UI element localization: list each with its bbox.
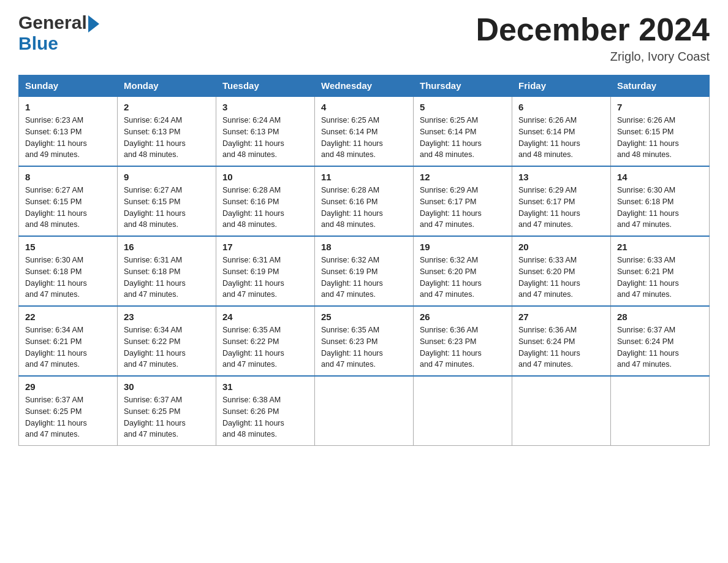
day-info: Sunrise: 6:31 AMSunset: 6:18 PMDaylight:…	[124, 255, 210, 301]
day-info: Sunrise: 6:37 AMSunset: 6:24 PMDaylight:…	[617, 324, 703, 370]
day-info: Sunrise: 6:25 AMSunset: 6:14 PMDaylight:…	[321, 115, 407, 161]
day-info: Sunrise: 6:33 AMSunset: 6:20 PMDaylight:…	[518, 255, 604, 301]
calendar-cell: 20 Sunrise: 6:33 AMSunset: 6:20 PMDaylig…	[512, 236, 611, 306]
day-number: 4	[321, 102, 407, 112]
weekday-header: Sunday	[19, 75, 118, 97]
logo-blue: Blue	[18, 33, 58, 54]
logo-general: General	[18, 12, 87, 33]
day-info: Sunrise: 6:36 AMSunset: 6:23 PMDaylight:…	[420, 324, 506, 370]
day-info: Sunrise: 6:25 AMSunset: 6:14 PMDaylight:…	[420, 115, 506, 161]
day-number: 21	[617, 242, 703, 252]
day-info: Sunrise: 6:37 AMSunset: 6:25 PMDaylight:…	[25, 394, 111, 440]
calendar-cell: 14 Sunrise: 6:30 AMSunset: 6:18 PMDaylig…	[611, 166, 710, 236]
day-number: 9	[124, 172, 210, 182]
calendar-cell: 2 Sunrise: 6:24 AMSunset: 6:13 PMDayligh…	[118, 96, 216, 166]
day-number: 24	[222, 312, 308, 322]
day-number: 20	[518, 242, 604, 252]
day-info: Sunrise: 6:32 AMSunset: 6:20 PMDaylight:…	[420, 255, 506, 301]
day-info: Sunrise: 6:29 AMSunset: 6:17 PMDaylight:…	[518, 185, 604, 231]
day-info: Sunrise: 6:36 AMSunset: 6:24 PMDaylight:…	[518, 324, 604, 370]
day-info: Sunrise: 6:38 AMSunset: 6:26 PMDaylight:…	[222, 394, 308, 440]
day-number: 6	[518, 102, 604, 112]
day-number: 31	[222, 381, 308, 392]
calendar-cell: 24 Sunrise: 6:35 AMSunset: 6:22 PMDaylig…	[216, 306, 315, 376]
calendar-cell: 23 Sunrise: 6:34 AMSunset: 6:22 PMDaylig…	[118, 306, 216, 376]
weekday-header: Monday	[118, 75, 216, 97]
day-info: Sunrise: 6:26 AMSunset: 6:15 PMDaylight:…	[617, 115, 703, 161]
calendar-cell: 4 Sunrise: 6:25 AMSunset: 6:14 PMDayligh…	[315, 96, 414, 166]
calendar-cell: 8 Sunrise: 6:27 AMSunset: 6:15 PMDayligh…	[19, 166, 118, 236]
calendar-cell	[414, 376, 512, 446]
day-number: 12	[420, 172, 506, 182]
location: Zriglo, Ivory Coast	[476, 50, 710, 64]
calendar-week-row: 8 Sunrise: 6:27 AMSunset: 6:15 PMDayligh…	[19, 166, 710, 236]
day-info: Sunrise: 6:27 AMSunset: 6:15 PMDaylight:…	[25, 185, 111, 231]
day-number: 8	[25, 172, 111, 182]
calendar-cell: 21 Sunrise: 6:33 AMSunset: 6:21 PMDaylig…	[611, 236, 710, 306]
calendar-cell	[315, 376, 414, 446]
logo: General Blue	[18, 12, 99, 54]
day-number: 22	[25, 312, 111, 322]
day-info: Sunrise: 6:32 AMSunset: 6:19 PMDaylight:…	[321, 255, 407, 301]
day-number: 29	[25, 381, 111, 392]
calendar-cell: 26 Sunrise: 6:36 AMSunset: 6:23 PMDaylig…	[414, 306, 512, 376]
calendar-cell: 10 Sunrise: 6:28 AMSunset: 6:16 PMDaylig…	[216, 166, 315, 236]
calendar-cell	[512, 376, 611, 446]
calendar-cell: 3 Sunrise: 6:24 AMSunset: 6:13 PMDayligh…	[216, 96, 315, 166]
day-number: 1	[25, 102, 111, 112]
day-number: 18	[321, 242, 407, 252]
day-number: 16	[124, 242, 210, 252]
day-number: 14	[617, 172, 703, 182]
calendar-cell: 12 Sunrise: 6:29 AMSunset: 6:17 PMDaylig…	[414, 166, 512, 236]
calendar-cell: 31 Sunrise: 6:38 AMSunset: 6:26 PMDaylig…	[216, 376, 315, 446]
calendar-cell: 30 Sunrise: 6:37 AMSunset: 6:25 PMDaylig…	[118, 376, 216, 446]
weekday-header: Thursday	[414, 75, 512, 97]
month-title: December 2024	[476, 12, 710, 47]
day-number: 28	[617, 312, 703, 322]
calendar-cell: 5 Sunrise: 6:25 AMSunset: 6:14 PMDayligh…	[414, 96, 512, 166]
weekday-header: Friday	[512, 75, 611, 97]
weekday-header: Saturday	[611, 75, 710, 97]
day-info: Sunrise: 6:33 AMSunset: 6:21 PMDaylight:…	[617, 255, 703, 301]
day-number: 26	[420, 312, 506, 322]
day-number: 23	[124, 312, 210, 322]
day-info: Sunrise: 6:23 AMSunset: 6:13 PMDaylight:…	[25, 115, 111, 161]
calendar-cell: 1 Sunrise: 6:23 AMSunset: 6:13 PMDayligh…	[19, 96, 118, 166]
day-info: Sunrise: 6:28 AMSunset: 6:16 PMDaylight:…	[222, 185, 308, 231]
calendar-cell: 28 Sunrise: 6:37 AMSunset: 6:24 PMDaylig…	[611, 306, 710, 376]
title-area: December 2024 Zriglo, Ivory Coast	[476, 12, 710, 64]
day-info: Sunrise: 6:30 AMSunset: 6:18 PMDaylight:…	[617, 185, 703, 231]
day-number: 7	[617, 102, 703, 112]
day-number: 3	[222, 102, 308, 112]
calendar-cell	[611, 376, 710, 446]
day-info: Sunrise: 6:31 AMSunset: 6:19 PMDaylight:…	[222, 255, 308, 301]
day-info: Sunrise: 6:30 AMSunset: 6:18 PMDaylight:…	[25, 255, 111, 301]
calendar-cell: 29 Sunrise: 6:37 AMSunset: 6:25 PMDaylig…	[19, 376, 118, 446]
day-info: Sunrise: 6:26 AMSunset: 6:14 PMDaylight:…	[518, 115, 604, 161]
calendar-cell: 27 Sunrise: 6:36 AMSunset: 6:24 PMDaylig…	[512, 306, 611, 376]
calendar-week-row: 15 Sunrise: 6:30 AMSunset: 6:18 PMDaylig…	[19, 236, 710, 306]
calendar-table: SundayMondayTuesdayWednesdayThursdayFrid…	[18, 75, 710, 446]
weekday-header: Wednesday	[315, 75, 414, 97]
calendar-cell: 16 Sunrise: 6:31 AMSunset: 6:18 PMDaylig…	[118, 236, 216, 306]
calendar-week-row: 1 Sunrise: 6:23 AMSunset: 6:13 PMDayligh…	[19, 96, 710, 166]
day-info: Sunrise: 6:34 AMSunset: 6:22 PMDaylight:…	[124, 324, 210, 370]
logo-arrow-icon	[88, 15, 99, 33]
calendar-cell: 13 Sunrise: 6:29 AMSunset: 6:17 PMDaylig…	[512, 166, 611, 236]
day-number: 30	[124, 381, 210, 392]
calendar-cell: 11 Sunrise: 6:28 AMSunset: 6:16 PMDaylig…	[315, 166, 414, 236]
day-info: Sunrise: 6:29 AMSunset: 6:17 PMDaylight:…	[420, 185, 506, 231]
calendar-cell: 6 Sunrise: 6:26 AMSunset: 6:14 PMDayligh…	[512, 96, 611, 166]
calendar-week-row: 22 Sunrise: 6:34 AMSunset: 6:21 PMDaylig…	[19, 306, 710, 376]
day-number: 25	[321, 312, 407, 322]
calendar-cell: 22 Sunrise: 6:34 AMSunset: 6:21 PMDaylig…	[19, 306, 118, 376]
calendar-cell: 25 Sunrise: 6:35 AMSunset: 6:23 PMDaylig…	[315, 306, 414, 376]
day-number: 17	[222, 242, 308, 252]
weekday-header: Tuesday	[216, 75, 315, 97]
weekday-header-row: SundayMondayTuesdayWednesdayThursdayFrid…	[19, 75, 710, 97]
day-info: Sunrise: 6:24 AMSunset: 6:13 PMDaylight:…	[124, 115, 210, 161]
calendar-cell: 15 Sunrise: 6:30 AMSunset: 6:18 PMDaylig…	[19, 236, 118, 306]
day-number: 15	[25, 242, 111, 252]
day-info: Sunrise: 6:37 AMSunset: 6:25 PMDaylight:…	[124, 394, 210, 440]
day-info: Sunrise: 6:34 AMSunset: 6:21 PMDaylight:…	[25, 324, 111, 370]
